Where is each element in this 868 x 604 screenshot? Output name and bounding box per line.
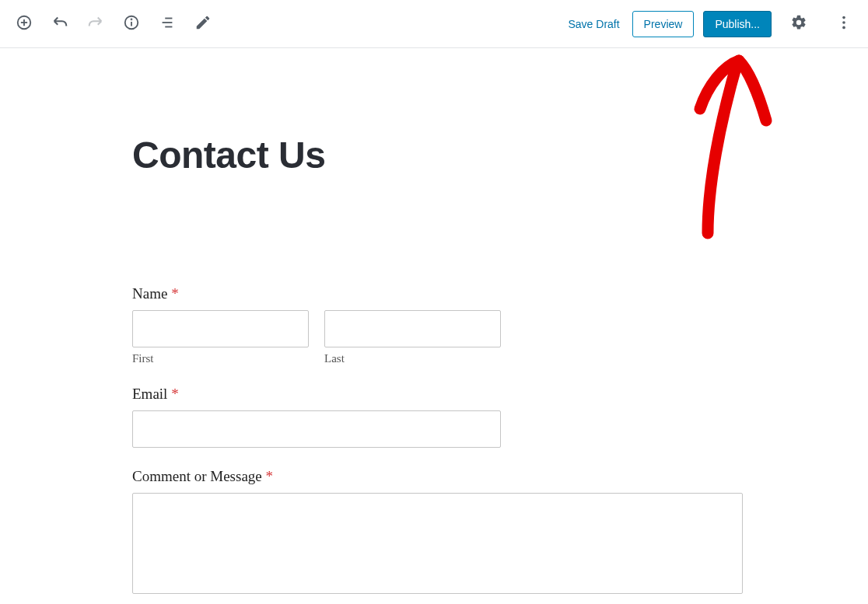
- editor-content: Contact Us Name * First Last Email * Com…: [0, 48, 868, 597]
- content-info-button[interactable]: [114, 6, 149, 42]
- name-row: First Last: [132, 310, 736, 365]
- redo-icon: [87, 14, 104, 33]
- email-input[interactable]: [132, 410, 501, 448]
- svg-point-9: [842, 16, 845, 19]
- last-name-sublabel: Last: [324, 352, 501, 365]
- svg-point-5: [131, 19, 132, 19]
- undo-icon: [51, 14, 68, 33]
- more-options-button[interactable]: [826, 6, 862, 42]
- gear-icon: [790, 14, 807, 33]
- svg-point-10: [842, 21, 845, 24]
- name-field-group: Name * First Last: [132, 285, 736, 365]
- first-name-sublabel: First: [132, 352, 309, 365]
- first-name-col: First: [132, 310, 309, 365]
- required-mark: *: [171, 386, 179, 402]
- email-label: Email *: [132, 386, 736, 403]
- settings-button[interactable]: [781, 6, 817, 42]
- edit-button[interactable]: [185, 6, 221, 42]
- save-draft-button[interactable]: Save Draft: [565, 12, 622, 37]
- required-mark: *: [171, 285, 179, 302]
- last-name-input[interactable]: [324, 310, 501, 347]
- block-navigation-button[interactable]: [149, 6, 185, 42]
- email-label-text: Email: [132, 386, 171, 402]
- name-label: Name *: [132, 285, 736, 302]
- page-title[interactable]: Contact Us: [132, 134, 736, 176]
- list-icon: [159, 14, 176, 33]
- toolbar-right-group: Save Draft Preview Publish...: [565, 6, 862, 42]
- redo-button[interactable]: [78, 6, 114, 42]
- publish-button[interactable]: Publish...: [703, 11, 772, 37]
- comment-label-text: Comment or Message: [132, 468, 266, 484]
- comment-textarea[interactable]: [132, 493, 743, 594]
- plus-circle-icon: [16, 14, 33, 33]
- first-name-input[interactable]: [132, 310, 309, 347]
- pencil-icon: [194, 14, 212, 33]
- comment-field-group: Comment or Message *: [132, 468, 736, 597]
- toolbar-left-group: [6, 6, 221, 42]
- editor-toolbar: Save Draft Preview Publish...: [0, 0, 868, 48]
- undo-button[interactable]: [42, 6, 78, 42]
- comment-label: Comment or Message *: [132, 468, 736, 485]
- email-field-group: Email *: [132, 386, 736, 448]
- add-block-button[interactable]: [6, 6, 42, 42]
- required-mark: *: [266, 468, 274, 484]
- preview-button[interactable]: Preview: [632, 11, 695, 37]
- more-vertical-icon: [835, 14, 852, 33]
- svg-point-11: [842, 26, 845, 30]
- last-name-col: Last: [324, 310, 501, 365]
- name-label-text: Name: [132, 285, 171, 302]
- info-icon: [123, 14, 140, 33]
